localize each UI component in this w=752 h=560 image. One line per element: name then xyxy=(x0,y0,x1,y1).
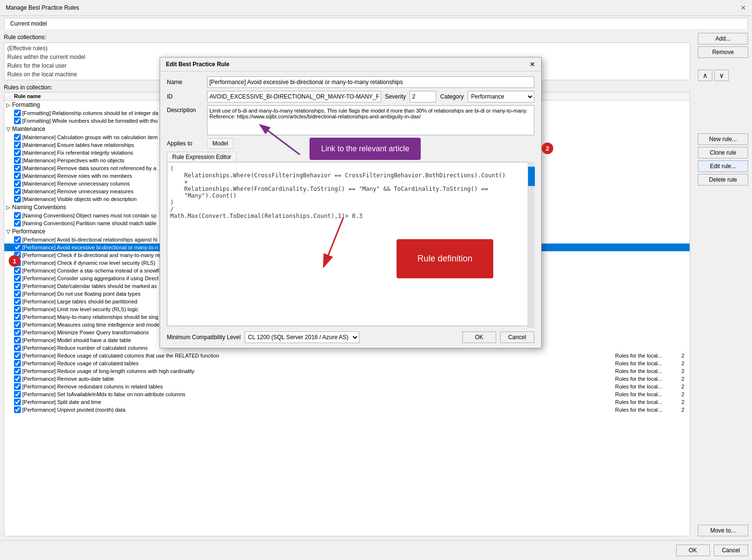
dialog-ok-button[interactable]: OK xyxy=(462,331,496,343)
description-label: Description xyxy=(167,105,203,114)
scrollbar-thumb[interactable] xyxy=(528,167,535,186)
id-label: ID xyxy=(167,93,203,100)
badge-1: 1 xyxy=(9,255,20,267)
dialog-title: Edit Best Practice Rule xyxy=(166,61,229,68)
category-select[interactable]: Performance Formatting Maintenance Namin… xyxy=(468,91,534,102)
dialog-cancel-button[interactable]: Cancel xyxy=(500,331,534,343)
rule-expr-tab[interactable]: Rule Expression Editor xyxy=(167,152,236,162)
compat-select[interactable]: CL 1200 (SQL Server 2016 / Azure AS) CL … xyxy=(245,331,359,343)
applies-to-value: Model xyxy=(207,138,234,149)
severity-input[interactable] xyxy=(410,91,436,102)
link-article-callout: Link to the relevant article xyxy=(310,138,421,160)
rule-definition-callout: Rule definition xyxy=(397,239,493,278)
severity-label: Severity xyxy=(385,93,406,100)
compat-label: Minimum Compatibility Level xyxy=(167,334,241,341)
dialog-body: Name ID Severity Category Performance Fo… xyxy=(160,72,541,348)
description-textarea[interactable]: Limit use of b-di and many-to-many relat… xyxy=(207,105,534,135)
badge-2: 2 xyxy=(542,143,553,154)
compat-row: Minimum Compatibility Level CL 1200 (SQL… xyxy=(167,331,534,343)
applies-to-label: Applies to xyxy=(167,140,203,147)
name-label: Name xyxy=(167,79,203,86)
description-row: Description Limit use of b-di and many-t… xyxy=(167,105,534,135)
dialog-close-button[interactable]: ✕ xyxy=(530,60,535,68)
name-input[interactable] xyxy=(207,76,534,88)
main-window: Manage Best Practice Rules ✕ Current mod… xyxy=(0,0,752,560)
id-input[interactable] xyxy=(207,91,381,102)
edit-rule-dialog: Edit Best Practice Rule ✕ Name ID Severi… xyxy=(160,57,542,348)
scrollbar-track[interactable] xyxy=(528,162,534,328)
name-row: Name xyxy=(167,76,534,88)
category-label: Category xyxy=(440,93,464,100)
dialog-overlay: Edit Best Practice Rule ✕ Name ID Severi… xyxy=(0,0,752,560)
id-row: ID Severity Category Performance Formatt… xyxy=(167,91,534,102)
dialog-titlebar: Edit Best Practice Rule ✕ xyxy=(160,57,541,72)
